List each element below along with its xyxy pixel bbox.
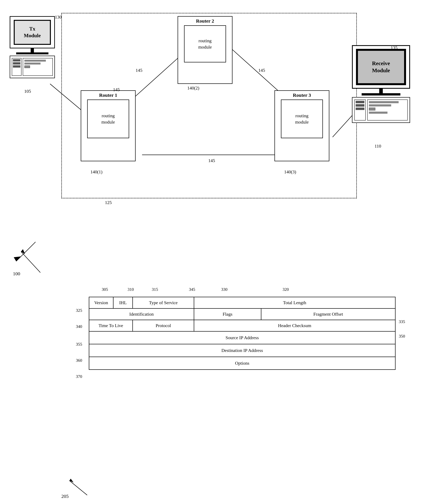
field-fragment-offset: Fragment Offset: [261, 308, 395, 320]
label-140-2: 140(2): [187, 85, 199, 91]
tx-monitor-stand: [31, 48, 34, 52]
label-145-r1-top: 145: [113, 87, 120, 92]
rx-slot3: [356, 108, 364, 110]
field-dest-ip: Destination IP Address: [89, 344, 395, 357]
label-130: 130: [55, 14, 62, 20]
tx-drive: [24, 65, 30, 68]
ip-row-1: Version IHL Type of Service Total Length: [89, 297, 395, 308]
field-identification: Identification: [89, 308, 194, 320]
router3-box: Router 3 routingmodule: [274, 90, 329, 161]
rx-monitor-screen: ReceiveModule: [356, 49, 406, 85]
ip-row-6: Options: [89, 357, 395, 370]
svg-marker-12: [69, 479, 74, 483]
arrow-205: [65, 477, 97, 498]
ref-370-label: 370: [76, 374, 82, 379]
diagram-container: TxModule 130 105 125 Router 2: [0, 0, 438, 504]
field-version: Version: [89, 297, 113, 308]
router3-label: Router 3: [293, 92, 311, 98]
rx-slot5: [369, 104, 391, 106]
label-145-r2-left: 145: [136, 68, 142, 73]
rx-slot1: [356, 101, 364, 103]
field-ihl: IHL: [113, 297, 133, 308]
tx-slot3: [13, 65, 20, 68]
label-140-3: 140(3): [284, 169, 296, 175]
rx-cpu: [352, 97, 410, 123]
tx-monitor: TxModule: [10, 16, 55, 48]
label-145-r1-right: 145: [208, 158, 215, 163]
rx-slot6: [369, 112, 387, 114]
tx-slot1: [13, 59, 20, 62]
ip-row-5: Destination IP Address: [89, 344, 395, 357]
ip-header-table: Version IHL Type of Service Total Length…: [89, 297, 395, 370]
ref-330: 330: [221, 287, 228, 292]
tx-cpu-left: [12, 58, 22, 76]
label-135: 135: [391, 45, 397, 50]
ref-325-label: 325: [76, 308, 82, 313]
rx-slot2: [356, 104, 364, 107]
svg-marker-10: [21, 249, 25, 254]
field-options: Options: [89, 357, 395, 370]
tx-cpu-right: [23, 58, 53, 76]
svg-line-9: [21, 252, 40, 273]
field-protocol: Protocol: [133, 320, 194, 331]
rx-monitor-base: [362, 93, 400, 95]
field-source-ip: Source IP Address: [89, 331, 395, 344]
label-125: 125: [105, 200, 112, 205]
field-flags: Flags: [194, 308, 261, 320]
tx-slot2: [13, 62, 20, 64]
router3-module: routingmodule: [281, 100, 323, 138]
label-140-1: 140(1): [90, 169, 102, 175]
field-total-length: Total Length: [194, 297, 395, 308]
rx-monitor: ReceiveModule: [352, 45, 410, 89]
rx-cpu-left: [354, 100, 366, 120]
label-145-r2-right: 145: [258, 68, 265, 73]
ref-350-label: 350: [399, 334, 405, 339]
tx-slot4: [24, 60, 46, 62]
arrow-100: [16, 247, 48, 276]
tx-slot5: [24, 63, 41, 64]
label-105: 105: [24, 89, 31, 94]
tx-cpu: [10, 56, 55, 78]
ref-345: 345: [189, 287, 195, 292]
ref-315: 315: [152, 287, 158, 292]
ip-header-refs-top: 305 310 315 345 330 320: [89, 287, 395, 297]
ref-305: 305: [102, 287, 108, 292]
router2-module: routingmodule: [184, 25, 226, 63]
ref-340-label: 340: [76, 324, 82, 329]
router2-label: Router 2: [196, 18, 214, 24]
tx-monitor-base: [16, 52, 48, 54]
router2-box: Router 2 routingmodule: [178, 16, 232, 84]
tx-monitor-screen: TxModule: [14, 20, 51, 45]
ip-row-2: Identification Flags Fragment Offset: [89, 308, 395, 320]
ip-header-table-container: 305 310 315 345 330 320 Version IHL Type…: [89, 287, 395, 370]
router1-box: Router 1 routingmodule: [81, 90, 136, 161]
rx-slot4: [369, 101, 399, 103]
ref-310: 310: [128, 287, 134, 292]
router1-label: Router 1: [99, 92, 117, 98]
ref-320: 320: [283, 287, 289, 292]
rx-computer: ReceiveModule: [352, 45, 410, 123]
rx-cpu-right: [367, 100, 408, 120]
ip-row-4: Source IP Address: [89, 331, 395, 344]
ref-355-label: 355: [76, 342, 82, 347]
ip-row-3: Time To Live Protocol Header Checksum: [89, 320, 395, 331]
field-header-checksum: Header Checksum: [194, 320, 395, 331]
field-time-to-live: Time To Live: [89, 320, 133, 331]
tx-computer: TxModule: [10, 16, 55, 78]
svg-line-11: [69, 481, 87, 495]
label-110: 110: [374, 144, 381, 149]
field-type-of-service: Type of Service: [133, 297, 194, 308]
ref-335-label: 335: [399, 319, 405, 324]
rx-drive: [369, 108, 375, 110]
router1-module: routingmodule: [87, 100, 129, 138]
ref-360-label: 360: [76, 358, 82, 363]
rx-monitor-stand: [379, 89, 383, 93]
